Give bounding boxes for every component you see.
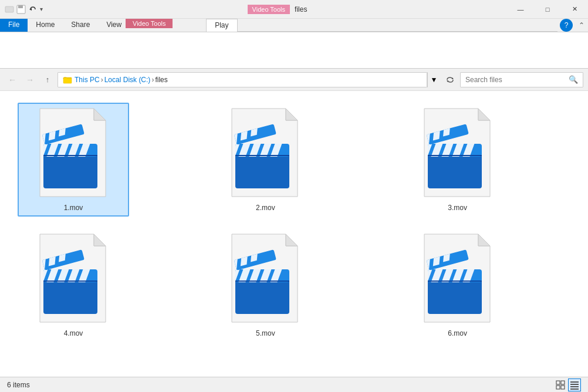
ribbon-help-icon[interactable]: ? bbox=[560, 19, 573, 32]
tab-share[interactable]: Share bbox=[63, 19, 98, 32]
address-path[interactable]: This PC › Local Disk (C:) › files bbox=[58, 72, 427, 87]
mov-file-icon bbox=[35, 233, 111, 324]
mov-file-icon bbox=[420, 107, 496, 198]
svg-rect-66 bbox=[35, 266, 39, 285]
file-icon-wrap bbox=[420, 107, 496, 201]
view-controls bbox=[554, 379, 581, 391]
customise-icon[interactable]: ▾ bbox=[40, 6, 43, 12]
large-icons-icon bbox=[556, 380, 565, 390]
refresh-button[interactable] bbox=[442, 72, 458, 87]
svg-rect-48 bbox=[420, 140, 423, 159]
quick-access-icon bbox=[5, 5, 14, 14]
svg-marker-98 bbox=[478, 234, 490, 246]
file-name: 6.mov bbox=[448, 329, 467, 337]
svg-rect-63 bbox=[43, 280, 97, 314]
svg-rect-120 bbox=[570, 384, 579, 385]
mov-file-icon bbox=[227, 107, 303, 198]
svg-rect-119 bbox=[570, 381, 579, 383]
undo-icon[interactable] bbox=[28, 5, 38, 14]
path-local-disk[interactable]: Local Disk (C:) bbox=[104, 76, 151, 84]
svg-marker-8 bbox=[94, 109, 106, 120]
refresh-icon bbox=[446, 76, 454, 84]
address-bar: ← → ↑ This PC › Local Disk (C:) › files … bbox=[0, 69, 588, 91]
file-item[interactable]: 2.mov bbox=[209, 103, 321, 217]
title-bar-video-tools: Video Tools bbox=[248, 5, 290, 14]
path-current-folder: files bbox=[155, 76, 167, 84]
svg-rect-118 bbox=[561, 386, 565, 389]
svg-rect-81 bbox=[235, 280, 289, 314]
tab-file[interactable]: File bbox=[0, 19, 28, 32]
forward-button[interactable]: → bbox=[22, 72, 38, 87]
svg-rect-39 bbox=[227, 130, 228, 149]
svg-marker-44 bbox=[478, 109, 490, 120]
title-bar: ▾ Video Tools files — □ ✕ bbox=[0, 0, 588, 19]
svg-marker-62 bbox=[94, 234, 106, 246]
details-view-button[interactable] bbox=[568, 379, 581, 391]
svg-rect-21 bbox=[35, 130, 36, 149]
file-name: 1.mov bbox=[64, 204, 83, 212]
tab-play[interactable]: Play bbox=[206, 19, 237, 32]
status-bar: 6 items bbox=[0, 377, 588, 392]
mov-file-icon bbox=[420, 233, 496, 324]
maximize-button[interactable]: □ bbox=[534, 0, 561, 19]
search-box[interactable]: 🔍 bbox=[460, 72, 583, 87]
path-this-pc[interactable]: This PC bbox=[75, 76, 100, 84]
svg-rect-122 bbox=[570, 388, 579, 390]
details-icon bbox=[570, 380, 579, 390]
svg-marker-80 bbox=[286, 234, 298, 246]
window-controls: — □ ✕ bbox=[507, 0, 588, 19]
svg-rect-121 bbox=[570, 386, 579, 387]
file-item[interactable]: 6.mov bbox=[402, 228, 513, 342]
svg-marker-26 bbox=[286, 109, 298, 120]
tab-home[interactable]: Home bbox=[28, 19, 63, 32]
file-icon-wrap bbox=[35, 107, 111, 201]
files-grid: 1.mov bbox=[12, 97, 576, 348]
svg-rect-102 bbox=[420, 266, 423, 285]
file-item[interactable]: 5.mov bbox=[209, 228, 321, 342]
file-item[interactable]: 1.mov bbox=[18, 103, 129, 217]
svg-rect-111 bbox=[420, 256, 421, 275]
file-name: 5.mov bbox=[256, 329, 275, 337]
close-button[interactable]: ✕ bbox=[561, 0, 588, 19]
search-input[interactable] bbox=[465, 76, 569, 84]
up-button[interactable]: ↑ bbox=[40, 72, 55, 87]
svg-rect-30 bbox=[227, 140, 231, 159]
svg-rect-75 bbox=[35, 256, 36, 275]
file-name: 3.mov bbox=[448, 204, 467, 212]
large-icons-view-button[interactable] bbox=[554, 379, 567, 391]
title-bar-app-icons: ▾ bbox=[0, 5, 48, 14]
svg-rect-57 bbox=[420, 130, 421, 149]
svg-rect-27 bbox=[235, 154, 289, 188]
mov-file-icon bbox=[227, 233, 303, 324]
file-icon-wrap bbox=[35, 233, 111, 327]
ribbon-tab-row: File Home Share View Video Tools Play ? … bbox=[0, 19, 588, 32]
title-bar-filename: files bbox=[295, 5, 307, 13]
main-content: 1.mov bbox=[0, 91, 588, 377]
svg-rect-9 bbox=[43, 154, 97, 188]
svg-rect-115 bbox=[556, 381, 560, 384]
file-name: 2.mov bbox=[256, 204, 275, 212]
ribbon: File Home Share View Video Tools Play ? … bbox=[0, 19, 588, 69]
svg-rect-45 bbox=[428, 154, 482, 188]
ribbon-content bbox=[0, 32, 588, 68]
search-icon: 🔍 bbox=[569, 75, 578, 84]
file-icon-wrap bbox=[227, 107, 303, 201]
address-dropdown[interactable]: ▼ bbox=[427, 72, 440, 87]
folder-icon bbox=[63, 75, 72, 85]
ribbon-expand-icon[interactable]: ⌃ bbox=[575, 19, 588, 32]
item-count: 6 items bbox=[7, 381, 30, 389]
minimize-button[interactable]: — bbox=[507, 0, 534, 19]
file-item[interactable]: 3.mov bbox=[402, 103, 513, 217]
svg-rect-0 bbox=[5, 6, 13, 12]
svg-rect-84 bbox=[227, 266, 231, 285]
svg-rect-99 bbox=[428, 280, 482, 314]
svg-rect-117 bbox=[556, 386, 560, 389]
svg-rect-93 bbox=[227, 256, 228, 275]
back-button[interactable]: ← bbox=[5, 72, 20, 87]
file-icon-wrap bbox=[420, 233, 496, 327]
svg-rect-2 bbox=[18, 5, 23, 8]
file-item[interactable]: 4.mov bbox=[18, 228, 129, 342]
file-name: 4.mov bbox=[64, 329, 83, 337]
file-icon-wrap bbox=[227, 233, 303, 327]
save-icon[interactable] bbox=[16, 5, 26, 14]
